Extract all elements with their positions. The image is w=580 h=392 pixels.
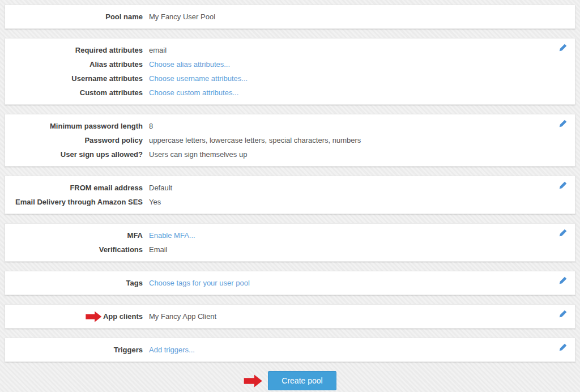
user-sign-ups-value: Users can sign themselves up: [149, 147, 247, 161]
card-tags: Tags Choose tags for your user pool: [5, 271, 575, 295]
edit-email-settings-button[interactable]: [558, 180, 568, 190]
minimum-password-length-label: Minimum password length: [5, 119, 143, 133]
row-email-delivery-ses: Email Delivery through Amazon SES Yes: [5, 195, 575, 209]
edit-password-policy-button[interactable]: [558, 118, 568, 129]
pool-name-label: Pool name: [5, 10, 143, 24]
edit-attributes-button[interactable]: [558, 42, 568, 53]
create-pool-button[interactable]: Create pool: [268, 371, 336, 390]
pencil-icon: [559, 343, 567, 351]
red-arrow-right-icon: [244, 374, 263, 387]
username-attributes-label: Username attributes: [5, 71, 143, 86]
pencil-icon: [559, 310, 567, 318]
triggers-label: Triggers: [5, 343, 143, 357]
row-app-clients: App clients My Fancy App Client: [5, 309, 575, 323]
row-alias-attributes: Alias attributes Choose alias attributes…: [5, 57, 575, 71]
choose-alias-attributes-link[interactable]: Choose alias attributes...: [149, 57, 230, 71]
mfa-label: MFA: [5, 228, 143, 242]
minimum-password-length-value: 8: [149, 119, 153, 133]
verifications-label: Verifications: [5, 242, 143, 257]
footer-actions: Create pool: [5, 371, 575, 390]
from-email-address-value: Default: [149, 181, 172, 195]
pencil-icon: [559, 181, 567, 189]
app-clients-value: My Fancy App Client: [149, 309, 216, 323]
row-from-email-address: FROM email address Default: [5, 181, 575, 195]
row-required-attributes: Required attributes email: [5, 43, 575, 57]
card-triggers: Triggers Add triggers...: [5, 338, 575, 362]
edit-app-clients-button[interactable]: [558, 309, 568, 319]
pencil-icon: [559, 44, 567, 52]
choose-custom-attributes-link[interactable]: Choose custom attributes...: [149, 86, 238, 100]
choose-username-attributes-link[interactable]: Choose username attributes...: [149, 71, 248, 86]
from-email-address-label: FROM email address: [5, 181, 143, 195]
pencil-icon: [559, 120, 567, 127]
enable-mfa-link[interactable]: Enable MFA...: [149, 228, 195, 242]
row-pool-name: Pool name My Fancy User Pool: [5, 10, 575, 24]
card-app-clients: App clients My Fancy App Client: [5, 304, 575, 329]
pool-name-value: My Fancy User Pool: [149, 10, 215, 24]
email-delivery-ses-label: Email Delivery through Amazon SES: [5, 195, 143, 209]
custom-attributes-label: Custom attributes: [5, 86, 143, 100]
row-user-sign-ups: User sign ups allowed? Users can sign th…: [5, 147, 575, 161]
pencil-icon: [559, 276, 567, 284]
row-username-attributes: Username attributes Choose username attr…: [5, 71, 575, 86]
password-policy-value: uppercase letters, lowercase letters, sp…: [149, 133, 361, 147]
choose-tags-link[interactable]: Choose tags for your user pool: [149, 276, 250, 290]
card-attributes: Required attributes email Alias attribut…: [5, 38, 575, 105]
red-arrow-right-icon: [86, 311, 102, 322]
row-tags: Tags Choose tags for your user pool: [5, 276, 575, 290]
required-attributes-value: email: [149, 43, 167, 57]
row-custom-attributes: Custom attributes Choose custom attribut…: [5, 86, 575, 100]
card-mfa-verifications: MFA Enable MFA... Verifications Email: [5, 223, 575, 262]
user-sign-ups-label: User sign ups allowed?: [5, 147, 143, 161]
pencil-icon: [559, 229, 567, 237]
required-attributes-label: Required attributes: [5, 43, 143, 57]
edit-tags-button[interactable]: [558, 275, 568, 286]
app-clients-label-text: App clients: [103, 312, 143, 321]
verifications-value: Email: [149, 242, 168, 257]
row-minimum-password-length: Minimum password length 8: [5, 119, 575, 133]
add-triggers-link[interactable]: Add triggers...: [149, 343, 195, 357]
alias-attributes-label: Alias attributes: [5, 57, 143, 71]
row-password-policy: Password policy uppercase letters, lower…: [5, 133, 575, 147]
app-clients-label: App clients: [5, 309, 143, 323]
card-password-policy: Minimum password length 8 Password polic…: [5, 114, 575, 167]
row-mfa: MFA Enable MFA...: [5, 228, 575, 242]
row-verifications: Verifications Email: [5, 242, 575, 257]
password-policy-label: Password policy: [5, 133, 143, 147]
edit-mfa-button[interactable]: [558, 228, 568, 238]
row-triggers: Triggers Add triggers...: [5, 343, 575, 357]
email-delivery-ses-value: Yes: [149, 195, 161, 209]
tags-label: Tags: [5, 276, 143, 290]
card-email-settings: FROM email address Default Email Deliver…: [5, 176, 575, 214]
edit-triggers-button[interactable]: [558, 342, 568, 352]
review-page: Pool name My Fancy User Pool Required at…: [0, 0, 580, 390]
card-pool-name: Pool name My Fancy User Pool: [5, 5, 575, 29]
